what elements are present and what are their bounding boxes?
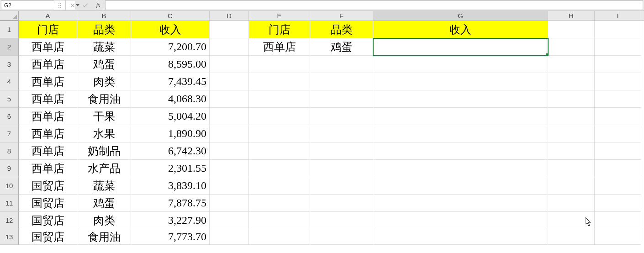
column-header-A[interactable]: A: [19, 11, 77, 21]
column-header-G[interactable]: G: [373, 11, 548, 21]
cell-E6[interactable]: [249, 108, 310, 125]
cell-H2[interactable]: [548, 38, 595, 56]
row-header-1[interactable]: 1: [0, 21, 19, 38]
cell-E13[interactable]: [249, 229, 310, 245]
cell-G11[interactable]: [373, 195, 548, 212]
cell-B9[interactable]: 水产品: [77, 160, 131, 177]
cell-I8[interactable]: [595, 142, 641, 160]
cell-F3[interactable]: [310, 56, 373, 73]
cell-G10[interactable]: [373, 177, 548, 195]
cell-A2[interactable]: 西单店: [19, 38, 77, 56]
cell-I6[interactable]: [595, 108, 641, 125]
name-box[interactable]: [1, 0, 54, 10]
cell-H6[interactable]: [548, 108, 595, 125]
cell-C2[interactable]: 7,200.70: [131, 38, 210, 56]
cell-G4[interactable]: [373, 73, 548, 90]
cell-F6[interactable]: [310, 108, 373, 125]
cell-H8[interactable]: [548, 142, 595, 160]
cell-E5[interactable]: [249, 90, 310, 108]
cell-B8[interactable]: 奶制品: [77, 142, 131, 160]
cell-C7[interactable]: 1,890.90: [131, 125, 210, 142]
cell-D2[interactable]: [210, 38, 249, 56]
cell-I5[interactable]: [595, 90, 641, 108]
column-header-E[interactable]: E: [249, 11, 310, 21]
cell-G3[interactable]: [373, 56, 548, 73]
row-header-6[interactable]: 6: [0, 108, 19, 125]
row-header-3[interactable]: 3: [0, 56, 19, 73]
cell-B5[interactable]: 食用油: [77, 90, 131, 108]
cell-D10[interactable]: [210, 177, 249, 195]
cell-C11[interactable]: 7,878.75: [131, 195, 210, 212]
cell-B11[interactable]: 鸡蛋: [77, 195, 131, 212]
row-header-9[interactable]: 9: [0, 160, 19, 177]
cell-A4[interactable]: 西单店: [19, 73, 77, 90]
cell-G5[interactable]: [373, 90, 548, 108]
cell-A7[interactable]: 西单店: [19, 125, 77, 142]
cell-I12[interactable]: [595, 212, 641, 229]
cell-B7[interactable]: 水果: [77, 125, 131, 142]
cell-D7[interactable]: [210, 125, 249, 142]
cell-A1[interactable]: 门店: [19, 21, 77, 38]
formula-bar-input[interactable]: [105, 0, 643, 10]
row-header-4[interactable]: 4: [0, 73, 19, 90]
cell-I1[interactable]: [595, 21, 641, 38]
cell-D4[interactable]: [210, 73, 249, 90]
cell-G6[interactable]: [373, 108, 548, 125]
cell-C10[interactable]: 3,839.10: [131, 177, 210, 195]
column-header-B[interactable]: B: [77, 11, 131, 21]
cell-B4[interactable]: 肉类: [77, 73, 131, 90]
cell-I10[interactable]: [595, 177, 641, 195]
cell-E10[interactable]: [249, 177, 310, 195]
cell-F4[interactable]: [310, 73, 373, 90]
cell-G12[interactable]: [373, 212, 548, 229]
row-header-5[interactable]: 5: [0, 90, 19, 108]
cell-E9[interactable]: [249, 160, 310, 177]
cell-F5[interactable]: [310, 90, 373, 108]
accept-button[interactable]: [82, 2, 89, 9]
cell-A12[interactable]: 国贸店: [19, 212, 77, 229]
cell-H13[interactable]: [548, 229, 595, 245]
cell-G7[interactable]: [373, 125, 548, 142]
select-all-corner[interactable]: [0, 11, 19, 21]
cell-F2[interactable]: 鸡蛋: [310, 38, 373, 56]
cell-B1[interactable]: 品类: [77, 21, 131, 38]
cell-I2[interactable]: [595, 38, 641, 56]
cell-D9[interactable]: [210, 160, 249, 177]
row-header-8[interactable]: 8: [0, 142, 19, 160]
cell-D13[interactable]: [210, 229, 249, 245]
cell-D1[interactable]: [210, 21, 249, 38]
column-header-D[interactable]: D: [210, 11, 249, 21]
cell-C12[interactable]: 3,227.90: [131, 212, 210, 229]
cell-E3[interactable]: [249, 56, 310, 73]
cell-F13[interactable]: [310, 229, 373, 245]
cell-A6[interactable]: 西单店: [19, 108, 77, 125]
cell-C1[interactable]: 收入: [131, 21, 210, 38]
cell-F9[interactable]: [310, 160, 373, 177]
cell-H11[interactable]: [548, 195, 595, 212]
cell-I9[interactable]: [595, 160, 641, 177]
cell-D5[interactable]: [210, 90, 249, 108]
cell-E2[interactable]: 西单店: [249, 38, 310, 56]
cell-G2[interactable]: [373, 38, 548, 56]
cell-H3[interactable]: [548, 56, 595, 73]
row-header-13[interactable]: 13: [0, 229, 19, 245]
cell-C3[interactable]: 8,595.00: [131, 56, 210, 73]
column-header-C[interactable]: C: [131, 11, 210, 21]
cell-G9[interactable]: [373, 160, 548, 177]
cancel-button[interactable]: [69, 2, 76, 9]
cell-E4[interactable]: [249, 73, 310, 90]
cell-B3[interactable]: 鸡蛋: [77, 56, 131, 73]
cell-I3[interactable]: [595, 56, 641, 73]
spreadsheet-grid[interactable]: ABCDEFGHI 1门店品类收入门店品类收入2西单店蔬菜7,200.70西单店…: [0, 11, 644, 245]
cell-E8[interactable]: [249, 142, 310, 160]
cell-I7[interactable]: [595, 125, 641, 142]
cell-B10[interactable]: 蔬菜: [77, 177, 131, 195]
cell-C5[interactable]: 4,068.30: [131, 90, 210, 108]
cell-E11[interactable]: [249, 195, 310, 212]
row-header-2[interactable]: 2: [0, 38, 19, 56]
fx-button[interactable]: fx: [95, 2, 101, 9]
cell-H4[interactable]: [548, 73, 595, 90]
cell-B2[interactable]: 蔬菜: [77, 38, 131, 56]
column-header-F[interactable]: F: [310, 11, 373, 21]
cell-F11[interactable]: [310, 195, 373, 212]
